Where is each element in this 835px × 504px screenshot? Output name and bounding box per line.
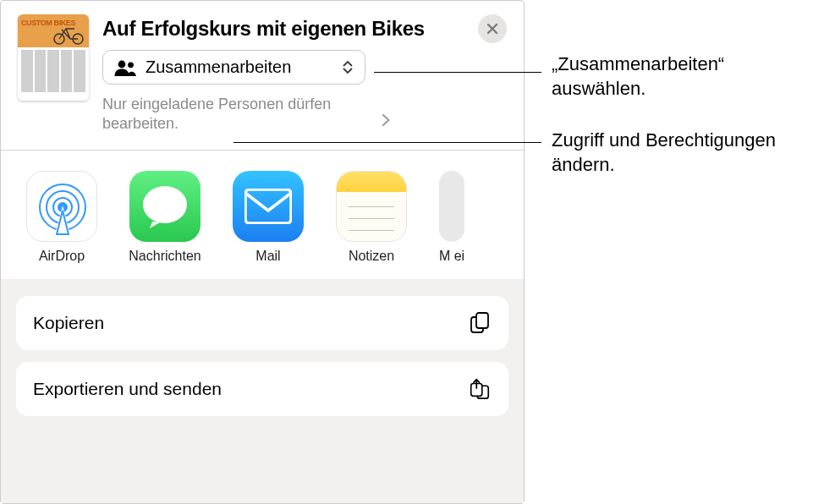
close-icon <box>486 23 498 35</box>
permissions-link[interactable]: Nur eingeladene Personen dürfen bearbeit… <box>102 91 390 134</box>
share-header-main: Auf Erfolgskurs mit eigenen Bikes <box>102 14 507 134</box>
notes-icon <box>336 171 407 242</box>
share-app-label: AirDrop <box>39 249 85 264</box>
share-app-label: Nachrichten <box>129 249 201 264</box>
document-title: Auf Erfolgskurs mit eigenen Bikes <box>102 17 425 41</box>
svg-rect-5 <box>245 189 291 223</box>
share-app-label: Mail <box>255 249 280 264</box>
permissions-text: Nur eingeladene Personen dürfen bearbeit… <box>102 95 375 134</box>
action-export-send[interactable]: Exportieren und senden <box>16 362 508 416</box>
share-header: CUSTOM BIKES Auf Erfolgskurs mit eigenen… <box>1 1 524 141</box>
action-label: Kopieren <box>33 313 104 333</box>
airdrop-icon <box>26 171 97 242</box>
callout-permissions-text: Zugriff und Berechtigungen ändern. <box>552 129 822 177</box>
people-icon <box>113 59 137 76</box>
thumbnail-content <box>21 50 85 92</box>
callout-leader-line <box>374 72 541 73</box>
document-thumbnail: CUSTOM BIKES <box>18 14 89 101</box>
title-row: Auf Erfolgskurs mit eigenen Bikes <box>102 14 507 43</box>
svg-point-4 <box>143 186 187 223</box>
share-app-mail[interactable]: Mail <box>233 171 304 264</box>
close-button[interactable] <box>478 14 507 43</box>
collaboration-mode-label: Zusammenarbeiten <box>146 58 332 77</box>
share-app-messages[interactable]: Nachrichten <box>129 171 201 264</box>
callout-collab-text: „Zusammenarbeiten“ auswählen. <box>552 52 822 101</box>
action-copy[interactable]: Kopieren <box>16 296 508 350</box>
share-app-airdrop[interactable]: AirDrop <box>26 171 97 264</box>
thumbnail-bike-icon <box>52 25 85 45</box>
chevron-up-down-icon <box>341 61 354 74</box>
share-app-row[interactable]: AirDrop Nachrichten Mail <box>1 151 524 279</box>
share-app-notes[interactable]: Notizen <box>336 171 407 264</box>
svg-point-3 <box>128 62 134 68</box>
more-icon <box>439 171 464 242</box>
share-multi-icon <box>468 377 492 401</box>
collaboration-mode-select[interactable]: Zusammenarbeiten <box>102 50 365 85</box>
action-label: Exportieren und senden <box>33 379 222 399</box>
share-sheet: CUSTOM BIKES Auf Erfolgskurs mit eigenen… <box>0 0 525 504</box>
svg-rect-7 <box>476 313 488 328</box>
share-app-label: Notizen <box>349 249 394 264</box>
mail-icon <box>233 171 304 242</box>
callout-leader-line <box>233 142 541 143</box>
share-app-label: M ei <box>439 249 464 264</box>
copy-icon <box>468 311 492 335</box>
share-actions: Kopieren Exportieren und senden <box>1 279 524 503</box>
messages-icon <box>129 171 201 242</box>
svg-point-2 <box>118 60 126 68</box>
share-app-more[interactable]: M ei <box>439 171 464 264</box>
chevron-right-icon <box>382 112 390 131</box>
